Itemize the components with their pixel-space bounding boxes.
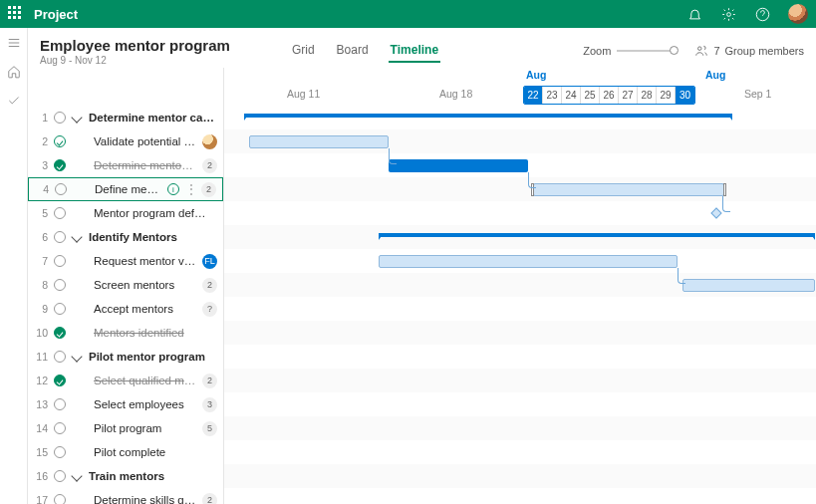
assignee-avatar[interactable] — [202, 134, 217, 149]
gantt-task-bar[interactable] — [682, 279, 815, 292]
zoom-control[interactable]: Zoom — [583, 45, 677, 57]
row-number: 7 — [34, 255, 48, 267]
task-row[interactable]: 17Determine skills g…2 — [28, 488, 223, 504]
task-row[interactable]: 1Determine mentor ca… — [28, 106, 223, 129]
task-row[interactable]: 16Train mentors — [28, 464, 223, 488]
task-row[interactable]: 5Mentor program def… — [28, 201, 223, 225]
task-name: Accept mentors — [94, 303, 196, 315]
row-number: 1 — [34, 112, 48, 124]
settings-icon[interactable] — [720, 6, 736, 22]
task-status-icon[interactable] — [54, 231, 66, 243]
task-status-icon[interactable] — [54, 159, 66, 171]
chevron-down-icon[interactable] — [71, 470, 82, 481]
help-icon[interactable] — [754, 6, 770, 22]
gantt-summary-bar[interactable] — [244, 114, 732, 118]
chevron-down-icon[interactable] — [71, 112, 82, 123]
row-number: 10 — [34, 327, 48, 339]
day-cell[interactable]: 25 — [581, 87, 600, 104]
task-status-icon[interactable] — [54, 422, 66, 434]
day-cell[interactable]: 22 — [524, 87, 543, 104]
task-status-icon[interactable] — [54, 327, 66, 339]
task-status-icon[interactable] — [54, 398, 66, 410]
task-status-icon[interactable] — [54, 375, 66, 386]
task-name: Define mentor — [95, 183, 161, 195]
left-rail — [0, 28, 28, 504]
row-number: 4 — [35, 183, 49, 195]
gantt-task-bar[interactable] — [249, 135, 389, 148]
gantt-milestone[interactable] — [710, 207, 721, 218]
row-number: 8 — [34, 279, 48, 291]
info-icon[interactable]: i — [167, 183, 179, 195]
task-status-icon[interactable] — [54, 255, 66, 267]
task-row[interactable]: 13Select employees3 — [28, 392, 223, 416]
task-status-icon[interactable] — [54, 494, 66, 504]
task-name: Determine mentor ca… — [89, 112, 217, 124]
day-cell[interactable]: 28 — [638, 87, 657, 104]
chevron-down-icon[interactable] — [71, 351, 82, 362]
task-row[interactable]: 15Pilot complete — [28, 440, 223, 464]
day-cell[interactable]: 27 — [619, 87, 638, 104]
task-row[interactable]: 2Validate potential jo… — [28, 129, 223, 153]
day-cell[interactable]: 23 — [543, 87, 562, 104]
gantt-task-bar[interactable] — [389, 159, 528, 172]
day-cell[interactable]: 29 — [657, 87, 676, 104]
timeline-month-label: Aug — [526, 69, 546, 81]
task-row[interactable]: 9Accept mentors? — [28, 297, 223, 321]
chevron-down-icon[interactable] — [71, 231, 82, 242]
check-icon[interactable] — [7, 94, 21, 111]
task-row[interactable]: 4Define mentori⋮2 — [28, 177, 223, 201]
task-row[interactable]: 6Identify Mentors — [28, 225, 223, 249]
task-row[interactable]: 10Mentors identified — [28, 321, 223, 345]
task-status-icon[interactable] — [54, 446, 66, 458]
row-number: 9 — [34, 303, 48, 315]
svg-point-2 — [698, 47, 702, 51]
app-launcher-icon[interactable] — [8, 6, 24, 22]
task-list: 1Determine mentor ca…2Validate potential… — [28, 68, 224, 504]
task-row[interactable]: 7Request mentor vol…FL — [28, 249, 223, 273]
view-board[interactable]: Board — [335, 39, 371, 63]
task-badge: 5 — [202, 421, 217, 436]
view-timeline[interactable]: Timeline — [389, 39, 440, 63]
task-status-icon[interactable] — [54, 470, 66, 482]
day-cell[interactable]: 24 — [562, 87, 581, 104]
task-badge: 2 — [201, 182, 216, 197]
task-status-icon[interactable] — [54, 351, 66, 363]
gantt-summary-bar[interactable] — [379, 233, 815, 237]
view-grid[interactable]: Grid — [290, 39, 317, 63]
task-row[interactable]: 12Select qualified men…2 — [28, 369, 223, 392]
gantt-task-bar[interactable] — [533, 183, 724, 196]
task-status-icon[interactable] — [54, 135, 66, 147]
task-badge: 2 — [202, 278, 217, 293]
task-badge: 2 — [202, 158, 217, 173]
row-number: 14 — [34, 422, 48, 434]
task-status-icon[interactable] — [54, 207, 66, 219]
task-status-icon[interactable] — [55, 183, 67, 195]
task-row[interactable]: 11Pilot mentor program — [28, 345, 223, 369]
task-status-icon[interactable] — [54, 303, 66, 315]
top-bar: Project — [0, 0, 816, 28]
task-name: Pilot mentor program — [89, 351, 217, 363]
task-status-icon[interactable] — [54, 112, 66, 124]
row-number: 17 — [34, 494, 48, 504]
task-name: Pilot complete — [94, 446, 217, 458]
date-range-selector[interactable]: 222324252627282930 — [523, 86, 695, 105]
home-icon[interactable] — [7, 65, 21, 82]
day-cell[interactable]: 30 — [676, 87, 694, 104]
project-date-range: Aug 9 - Nov 12 — [40, 55, 230, 66]
row-number: 3 — [34, 159, 48, 171]
gantt-task-bar[interactable] — [379, 255, 678, 268]
task-row[interactable]: 14Pilot program5 — [28, 416, 223, 440]
zoom-label: Zoom — [583, 45, 611, 57]
row-number: 12 — [34, 375, 48, 386]
task-name: Determine skills g… — [94, 494, 196, 504]
row-number: 2 — [34, 135, 48, 147]
user-avatar[interactable] — [788, 4, 808, 24]
more-icon[interactable]: ⋮ — [185, 185, 195, 193]
group-members[interactable]: 7 Group members — [694, 44, 804, 58]
notifications-icon[interactable] — [686, 6, 702, 22]
day-cell[interactable]: 26 — [600, 87, 619, 104]
task-row[interactable]: 8Screen mentors2 — [28, 273, 223, 297]
task-status-icon[interactable] — [54, 279, 66, 291]
task-row[interactable]: 3Determine mentor q…2 — [28, 153, 223, 177]
menu-icon[interactable] — [7, 36, 21, 53]
